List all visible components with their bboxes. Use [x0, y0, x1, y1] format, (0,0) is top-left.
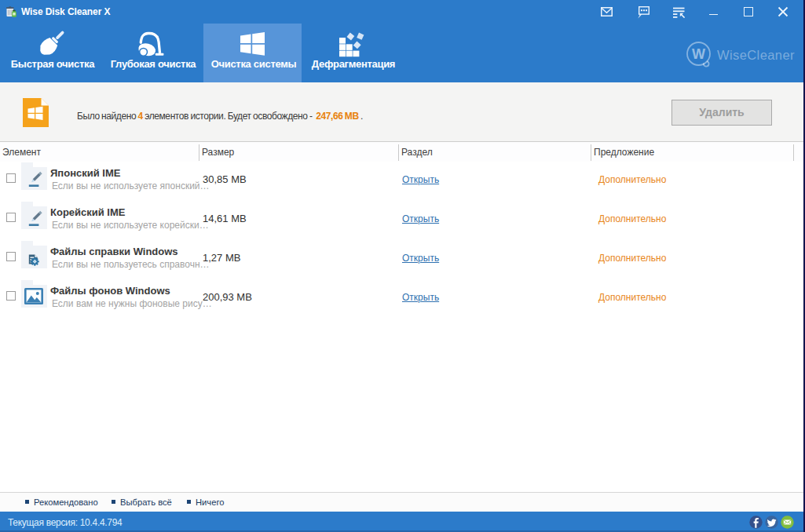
- svg-text:W: W: [692, 46, 705, 62]
